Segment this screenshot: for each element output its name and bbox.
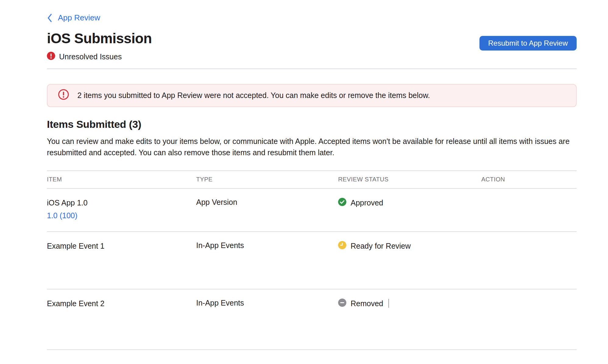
- item-name: iOS App 1.0: [47, 198, 196, 208]
- items-table-header: ITEM TYPE REVIEW STATUS ACTION: [47, 170, 577, 189]
- app-store-connect-submission-page: App Review iOS Submission Unresolved Iss…: [0, 0, 608, 364]
- status-label: Approved: [351, 198, 383, 207]
- column-header-item: ITEM: [47, 176, 196, 183]
- table-row-example-event-2: Example Event 2 In-App Events Removed: [47, 289, 577, 350]
- column-header-type: TYPE: [196, 176, 338, 183]
- page-title: iOS Submission: [47, 30, 152, 47]
- table-row-ios-app: iOS App 1.0 1.0 (100) App Version Approv…: [47, 189, 577, 232]
- item-type: In-App Events: [196, 299, 338, 307]
- item-name: Example Event 2: [47, 299, 196, 308]
- item-type: In-App Events: [196, 241, 338, 250]
- items-table: ITEM TYPE REVIEW STATUS ACTION iOS App 1…: [47, 170, 577, 350]
- resubmit-to-app-review-button[interactable]: Resubmit to App Review: [479, 36, 577, 51]
- items-submitted-heading: Items Submitted (3): [47, 117, 577, 131]
- check-circle-icon: [338, 198, 346, 208]
- rejection-alert-message: 2 items you submitted to App Review were…: [77, 91, 430, 100]
- column-header-review-status: REVIEW STATUS: [338, 176, 481, 183]
- column-header-action: ACTION: [481, 176, 577, 183]
- back-link-label: App Review: [58, 13, 100, 23]
- status-label: Ready for Review: [351, 242, 411, 250]
- status-label: Removed: [351, 299, 383, 308]
- submission-status: Unresolved Issues: [47, 52, 152, 62]
- submission-status-label: Unresolved Issues: [59, 52, 122, 61]
- version-build-link[interactable]: 1.0 (100): [47, 211, 77, 220]
- status-badge: Ready for Review: [338, 241, 481, 251]
- status-badge: Removed: [338, 299, 481, 308]
- header-divider: [47, 68, 577, 69]
- items-submitted-description: You can review and make edits to your it…: [47, 136, 574, 158]
- text-cursor-artifact: [388, 299, 389, 308]
- clock-circle-icon: [338, 241, 346, 251]
- item-name: Example Event 1: [47, 241, 196, 251]
- alert-outline-icon: [58, 89, 69, 102]
- chevron-left-icon: [47, 13, 52, 23]
- rejection-alert-banner: 2 items you submitted to App Review were…: [47, 84, 577, 107]
- status-badge: Approved: [338, 198, 481, 208]
- item-type: App Version: [196, 198, 338, 207]
- back-link-app-review[interactable]: App Review: [47, 13, 100, 23]
- minus-circle-icon: [338, 299, 346, 308]
- table-row-example-event-1: Example Event 1 In-App Events Ready for …: [47, 232, 577, 289]
- alert-filled-icon: [47, 52, 55, 62]
